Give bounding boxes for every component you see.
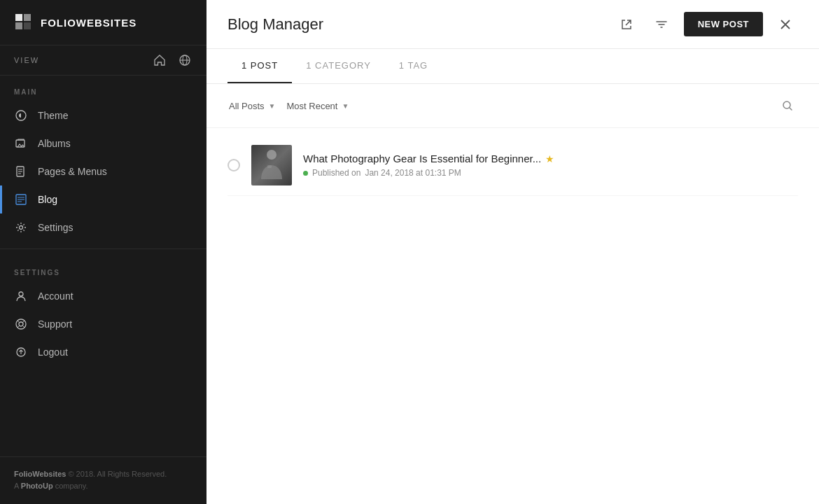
blog-label: Blog — [38, 194, 57, 205]
featured-star-icon: ★ — [545, 153, 554, 164]
svg-point-12 — [16, 319, 26, 329]
footer-brand: FolioWebsites — [14, 470, 66, 478]
sidebar-item-logout[interactable]: Logout — [0, 338, 206, 366]
sidebar-item-pages-menus[interactable]: Pages & Menus — [0, 158, 206, 186]
post-title: What Photography Gear Is Essential for B… — [303, 153, 798, 164]
post-thumbnail-image — [251, 145, 292, 186]
sort-dropdown[interactable]: Most Recent ▼ — [285, 98, 350, 114]
sort-chevron-icon: ▼ — [342, 102, 349, 110]
post-meta: Published on Jan 24, 2018 at 01:31 PM — [303, 168, 798, 178]
sidebar-item-albums[interactable]: Albums — [0, 130, 206, 158]
filter-settings-icon[interactable] — [649, 12, 674, 37]
svg-rect-3 — [24, 22, 31, 29]
sidebar-footer: FolioWebsites © 2018. All Rights Reserve… — [0, 456, 206, 504]
post-thumbnail — [251, 145, 292, 186]
new-post-button[interactable]: NEW POST — [684, 12, 763, 36]
logo-text: FOLIOWEBSITES — [41, 17, 136, 29]
sidebar-item-settings[interactable]: Settings — [0, 214, 206, 241]
albums-label: Albums — [38, 138, 71, 149]
table-row[interactable]: What Photography Gear Is Essential for B… — [227, 135, 798, 196]
svg-point-11 — [19, 292, 23, 296]
footer-copyright: © 2018. All Rights Reserved. — [68, 470, 167, 478]
theme-label: Theme — [38, 110, 69, 121]
home-view-icon[interactable] — [152, 52, 167, 68]
footer-company: company. — [55, 482, 88, 490]
sort-label: Most Recent — [286, 101, 337, 111]
settings-section-label: SETTINGS — [0, 256, 206, 282]
pages-icon — [14, 164, 28, 178]
settings-label: Settings — [38, 222, 74, 233]
page-title: Blog Manager — [227, 15, 323, 34]
svg-rect-17 — [267, 165, 272, 168]
filters-left: All Posts ▼ Most Recent ▼ — [227, 98, 350, 114]
support-icon — [14, 317, 28, 331]
main-section-label: MAIN — [0, 76, 206, 102]
main-content: Blog Manager NEW POST 1 POST 1 CATEGORY … — [206, 0, 819, 504]
pages-menus-label: Pages & Menus — [38, 166, 107, 177]
sidebar: FOLIOWEBSITES VIEW MAIN Theme Albums Pag… — [0, 0, 206, 504]
sidebar-divider — [0, 248, 206, 249]
view-icons — [152, 52, 192, 68]
view-label: VIEW — [14, 56, 39, 64]
sidebar-item-account[interactable]: Account — [0, 282, 206, 310]
account-icon — [14, 289, 28, 303]
svg-point-16 — [267, 150, 276, 160]
account-label: Account — [38, 290, 74, 302]
post-select-radio[interactable] — [227, 159, 240, 172]
svg-rect-0 — [15, 14, 22, 21]
external-link-icon[interactable] — [614, 12, 639, 37]
theme-icon — [14, 108, 28, 122]
post-info: What Photography Gear Is Essential for B… — [303, 153, 798, 178]
logout-icon — [14, 345, 28, 359]
search-button[interactable] — [777, 95, 798, 116]
tab-tag[interactable]: 1 TAG — [385, 49, 442, 83]
all-posts-dropdown[interactable]: All Posts ▼ — [227, 98, 276, 114]
tabs-bar: 1 POST 1 CATEGORY 1 TAG — [206, 49, 819, 84]
footer-photoup: PhotoUp — [21, 482, 53, 490]
post-list: What Photography Gear Is Essential for B… — [206, 128, 819, 504]
blog-icon — [14, 192, 28, 206]
svg-rect-2 — [15, 22, 22, 29]
tab-post[interactable]: 1 POST — [227, 49, 292, 83]
sidebar-view-section: VIEW — [0, 46, 206, 76]
all-posts-label: All Posts — [229, 101, 265, 111]
all-posts-chevron-icon: ▼ — [269, 102, 276, 110]
sidebar-item-blog[interactable]: Blog — [0, 186, 206, 214]
folio-logo-icon — [14, 13, 34, 32]
logout-label: Logout — [38, 346, 68, 358]
svg-point-13 — [19, 322, 23, 326]
support-label: Support — [38, 318, 72, 330]
tab-category[interactable]: 1 CATEGORY — [292, 49, 385, 83]
header-actions: NEW POST — [614, 12, 798, 37]
sidebar-item-support[interactable]: Support — [0, 310, 206, 338]
albums-icon — [14, 136, 28, 150]
footer-sub: A — [14, 482, 19, 490]
published-status-dot — [303, 171, 308, 176]
sidebar-item-theme[interactable]: Theme — [0, 102, 206, 130]
sidebar-logo: FOLIOWEBSITES — [0, 0, 206, 46]
svg-rect-1 — [24, 14, 31, 21]
settings-icon — [14, 220, 28, 234]
post-status: Published on — [312, 168, 360, 178]
filters-bar: All Posts ▼ Most Recent ▼ — [206, 84, 819, 128]
close-button[interactable] — [773, 12, 798, 37]
svg-point-10 — [20, 226, 23, 230]
post-date: Jan 24, 2018 at 01:31 PM — [365, 168, 461, 178]
main-header: Blog Manager NEW POST — [206, 0, 819, 49]
globe-view-icon[interactable] — [177, 52, 192, 68]
